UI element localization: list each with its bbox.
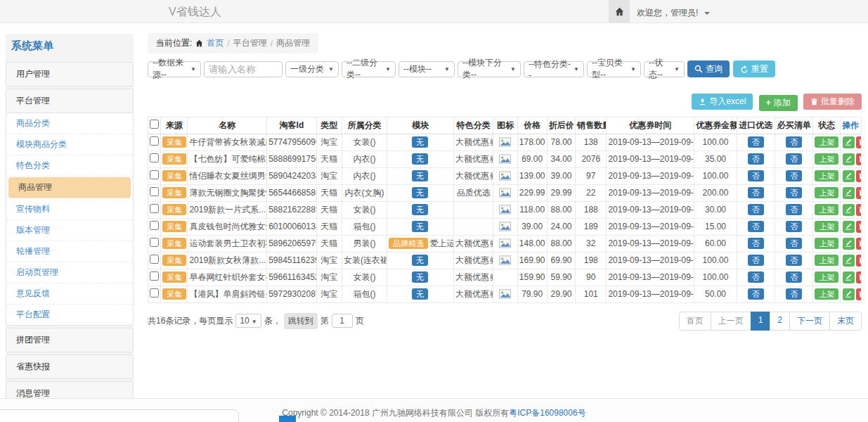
must-buy-badge[interactable]: 否 (786, 238, 802, 250)
edit-button[interactable] (843, 238, 855, 250)
add-button[interactable]: + 添加 (759, 95, 798, 111)
sidebar-item[interactable]: 意见反馈 (6, 283, 133, 305)
row-checkbox[interactable] (150, 204, 159, 213)
status-badge[interactable]: 上架 (815, 271, 838, 283)
must-buy-badge[interactable]: 否 (786, 136, 802, 148)
page-size-select[interactable]: 10▼ (235, 314, 261, 328)
page-button[interactable]: 首页 (679, 312, 711, 331)
must-buy-badge[interactable]: 否 (786, 288, 802, 300)
delete-button[interactable] (856, 288, 862, 300)
import-select-badge[interactable]: 否 (748, 288, 764, 300)
status-badge[interactable]: 上架 (815, 153, 838, 165)
edit-button[interactable] (843, 221, 855, 233)
import-select-badge[interactable]: 否 (748, 136, 764, 148)
delete-button[interactable] (856, 238, 862, 250)
status-badge[interactable]: 上架 (815, 221, 838, 233)
edit-button[interactable] (843, 288, 855, 300)
must-buy-badge[interactable]: 否 (786, 204, 802, 216)
must-buy-badge[interactable]: 否 (786, 170, 802, 182)
row-checkbox[interactable] (150, 187, 159, 196)
import-select-badge[interactable]: 否 (748, 271, 764, 283)
must-buy-badge[interactable]: 否 (786, 153, 802, 165)
sidebar-group-1[interactable]: 平台管理 (6, 89, 134, 113)
status-badge[interactable]: 上架 (815, 238, 838, 250)
filter-select[interactable]: --状态-- ▼ (644, 61, 685, 77)
filter-select[interactable]: --模块下分类-- ▼ (458, 61, 521, 77)
must-buy-badge[interactable]: 否 (786, 187, 802, 199)
sidebar-item[interactable]: 宣传物料 (6, 199, 133, 220)
sidebar-group-2[interactable]: 拼团管理 (6, 328, 134, 352)
delete-button[interactable] (856, 204, 862, 216)
delete-button[interactable] (856, 136, 862, 148)
row-checkbox[interactable] (150, 153, 159, 162)
row-checkbox[interactable] (150, 136, 159, 146)
delete-button[interactable] (856, 153, 862, 165)
row-checkbox[interactable] (150, 170, 159, 179)
filter-select[interactable]: --模块-- ▼ (399, 61, 455, 77)
row-checkbox[interactable] (150, 288, 159, 298)
row-checkbox[interactable] (150, 255, 159, 264)
sidebar-item[interactable]: 轮播管理 (6, 241, 133, 262)
filter-select[interactable]: --数据来源-- ▼ (148, 61, 201, 77)
jump-button[interactable]: 跳转到 (284, 313, 318, 329)
select-all-checkbox[interactable] (150, 120, 159, 129)
status-badge[interactable]: 上架 (815, 187, 838, 199)
page-button[interactable]: 下一页 (789, 312, 830, 331)
edit-button[interactable] (843, 187, 855, 199)
status-badge[interactable]: 上架 (815, 170, 838, 182)
page-button[interactable]: 2 (770, 312, 790, 331)
icp-link[interactable]: 粤ICP备16098006号 (509, 408, 585, 418)
row-checkbox[interactable] (150, 271, 159, 281)
sidebar-item[interactable]: 模块商品分类 (6, 134, 133, 155)
delete-button[interactable] (856, 271, 862, 283)
sidebar-item[interactable]: 商品管理 (8, 177, 131, 198)
edit-button[interactable] (843, 153, 855, 165)
status-badge[interactable]: 上架 (815, 204, 838, 216)
sidebar-item[interactable]: 版本管理 (6, 220, 133, 241)
status-badge[interactable]: 上架 (815, 136, 838, 148)
delete-button[interactable] (856, 170, 862, 182)
sidebar-item[interactable]: 启动页管理 (6, 262, 133, 283)
edit-button[interactable] (843, 170, 855, 182)
query-button[interactable]: 查询 (687, 60, 730, 77)
must-buy-badge[interactable]: 否 (786, 221, 802, 233)
import-select-badge[interactable]: 否 (748, 238, 764, 250)
reset-button[interactable]: 重置 (733, 60, 775, 77)
delete-button[interactable] (856, 255, 862, 267)
import-select-badge[interactable]: 否 (748, 204, 764, 216)
row-checkbox[interactable] (150, 238, 159, 247)
import-excel-button[interactable]: 导入excel (692, 94, 753, 110)
edit-button[interactable] (843, 255, 855, 267)
status-badge[interactable]: 上架 (815, 255, 838, 267)
sidebar-group-4[interactable]: 消息管理 (6, 381, 134, 398)
import-select-badge[interactable]: 否 (748, 221, 764, 233)
sidebar-group-0[interactable]: 用户管理 (6, 62, 134, 87)
import-select-badge[interactable]: 否 (748, 255, 764, 267)
page-button[interactable]: 上一页 (711, 312, 751, 331)
breadcrumb-home-link[interactable]: 首页 (207, 37, 224, 49)
sidebar-group-3[interactable]: 省惠快报 (6, 354, 134, 379)
page-number-input[interactable] (332, 314, 353, 328)
batch-delete-button[interactable]: 批量删除 (803, 94, 862, 110)
import-select-badge[interactable]: 否 (748, 153, 764, 165)
delete-button[interactable] (856, 187, 862, 199)
edit-button[interactable] (843, 204, 855, 216)
filter-select[interactable]: --特色分类-- ▼ (524, 61, 584, 77)
filter-select[interactable]: 一级分类 ▼ (285, 61, 339, 77)
page-button[interactable]: 1 (751, 312, 771, 331)
blue-widget[interactable] (279, 416, 296, 422)
edit-button[interactable] (843, 136, 855, 148)
must-buy-badge[interactable]: 否 (786, 271, 802, 283)
home-button[interactable] (609, 0, 630, 23)
delete-button[interactable] (856, 221, 862, 233)
sidebar-item[interactable]: 商品分类 (6, 113, 133, 134)
sidebar-item[interactable]: 平台配置 (6, 305, 133, 325)
page-button[interactable]: 末页 (829, 312, 862, 331)
sidebar-item[interactable]: 特色分类 (6, 155, 133, 177)
filter-select[interactable]: --二级分类-- ▼ (342, 61, 396, 77)
filter-select[interactable]: --宝贝类型-- ▼ (587, 61, 641, 77)
user-menu[interactable]: 欢迎您，管理员! (637, 7, 710, 19)
name-search-input[interactable] (204, 61, 283, 77)
row-checkbox[interactable] (150, 221, 159, 230)
import-select-badge[interactable]: 否 (748, 170, 764, 182)
